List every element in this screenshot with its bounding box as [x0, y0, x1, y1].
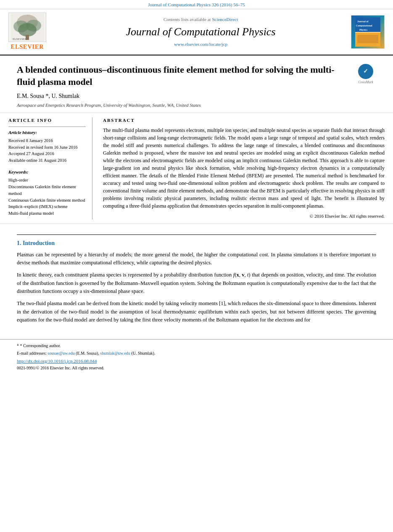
article-info-col: ARTICLE INFO Article history: Received 8… [8, 117, 92, 219]
sciencedirect-link[interactable]: ScienceDirect [212, 17, 238, 22]
received-date: Received 8 January 2016 [8, 137, 86, 144]
footer-area: * * Corresponding author. E-mail address… [0, 339, 393, 374]
author-names: E.M. Sousa *, U. Shumlak [17, 93, 79, 99]
crossmark-icon: ✓ [358, 64, 373, 79]
doi-link[interactable]: http://dx.doi.org/10.1016/j.jcp.2016.08.… [17, 358, 376, 364]
top-banner: Journal of Computational Physics 326 (20… [0, 0, 393, 9]
intro-paragraph-3: The two-fluid plasma model can be derive… [17, 300, 376, 324]
email1-link[interactable]: sousae@uw.edu [47, 351, 74, 356]
journal-url[interactable]: www.elsevier.com/locate/jcp [55, 41, 347, 47]
elsevier-text: ELSEVIER [11, 43, 44, 51]
intro-paragraph-2: In kinetic theory, each constituent plas… [17, 271, 376, 295]
authors: E.M. Sousa *, U. Shumlak [17, 92, 376, 100]
crossmark-label: CrossMark [358, 80, 373, 84]
email2-link[interactable]: shumlak@uw.edu [100, 351, 130, 356]
body-area: 1. Introduction Plasmas can be represent… [0, 224, 393, 335]
issn-text: 0021-9991/© 2016 Elsevier Inc. All right… [17, 365, 376, 371]
crossmark-badge: ✓ CrossMark [355, 64, 376, 84]
history-label: Article history: [8, 129, 86, 136]
journal-citation: Journal of Computational Physics 326 (20… [148, 2, 245, 7]
keyword-5: Multi-fluid plasma model [8, 210, 86, 217]
svg-text:Physics: Physics [359, 29, 368, 31]
svg-text:Computational: Computational [356, 24, 372, 27]
journal-logo-right: Journal of Computational Physics [351, 15, 385, 49]
keyword-3: Continuous Galerkin finite element metho… [8, 197, 86, 204]
intro-section-title: 1. Introduction [17, 239, 376, 248]
article-info-abstract: ARTICLE INFO Article history: Received 8… [0, 113, 393, 224]
header-center: Contents lists available at ScienceDirec… [55, 16, 347, 48]
keyword-2: Discontinuous Galerkin finite element me… [8, 184, 86, 197]
svg-rect-13 [357, 35, 378, 43]
header-area: ELSEVIER ELSEVIER Contents lists availab… [0, 9, 393, 55]
section-divider [17, 234, 376, 235]
email-footnote: E-mail addresses: sousae@uw.edu (E.M. So… [17, 350, 376, 356]
keywords-label: Keywords: [8, 169, 86, 175]
abstract-col: ABSTRACT The multi-fluid plasma model re… [101, 117, 385, 219]
elsevier-logo: ELSEVIER ELSEVIER [4, 13, 50, 51]
corresponding-author-note: * * Corresponding author. [17, 343, 376, 349]
keyword-1: High-order [8, 177, 86, 184]
star-symbol: * [17, 343, 19, 348]
article-title: A blended continuous–discontinuous finit… [17, 64, 351, 88]
copyright: © 2016 Elsevier Inc. All rights reserved… [103, 213, 385, 219]
received-revised-date: Received in revised form 16 June 2016 [8, 144, 86, 151]
sciencedirect-label: Contents lists available at ScienceDirec… [55, 16, 347, 23]
available-date: Available online 31 August 2016 [8, 157, 86, 164]
journal-title: Journal of Computational Physics [55, 24, 347, 40]
affiliation: Aerospace and Energetics Research Progra… [17, 102, 376, 108]
keywords-section: Keywords: High-order Discontinuous Galer… [8, 169, 86, 217]
keyword-4: Implicit–explicit (IMEX) scheme [8, 203, 86, 210]
accepted-date: Accepted 27 August 2016 [8, 150, 86, 157]
intro-paragraph-1: Plasmas can be represented by a hierarch… [17, 251, 376, 267]
page: Journal of Computational Physics 326 (20… [0, 0, 393, 532]
svg-text:Journal of: Journal of [357, 20, 369, 23]
abstract-header: ABSTRACT [103, 117, 385, 124]
svg-point-4 [18, 23, 37, 37]
abstract-text: The multi-fluid plasma model represents … [103, 126, 385, 210]
svg-text:ELSEVIER: ELSEVIER [13, 37, 26, 41]
elsevier-tree-icon: ELSEVIER [8, 13, 46, 42]
article-title-area: A blended continuous–discontinuous finit… [0, 55, 393, 113]
article-info-header: ARTICLE INFO [8, 117, 86, 124]
